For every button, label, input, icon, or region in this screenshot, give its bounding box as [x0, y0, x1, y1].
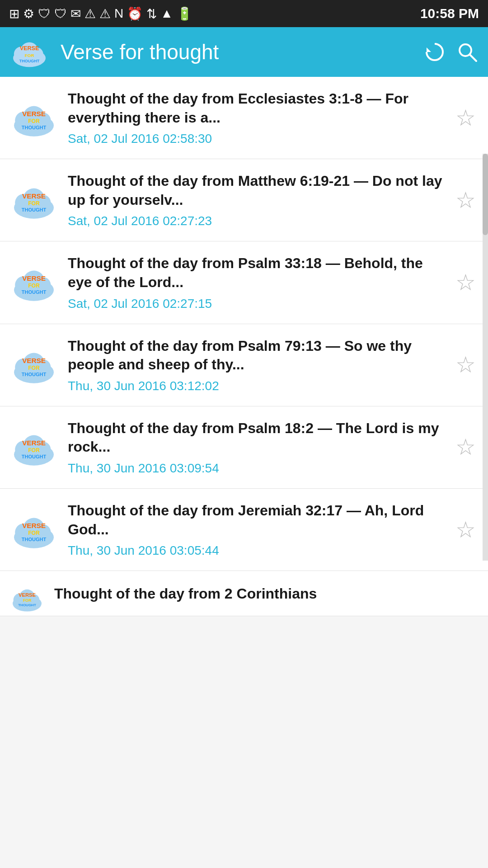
item-title: Thought of the day from Psalm 79:13 — So…: [68, 337, 443, 374]
svg-text:FOR: FOR: [28, 200, 40, 207]
svg-text:THOUGHT: THOUGHT: [22, 125, 47, 130]
item-title: Thought of the day from Psalm 18:2 — The…: [68, 419, 443, 457]
svg-text:FOR: FOR: [28, 283, 40, 289]
svg-text:FOR: FOR: [28, 365, 40, 371]
item-content-3: Thought of the day from Psalm 33:18 — Be…: [68, 254, 443, 311]
svg-text:THOUGHT: THOUGHT: [22, 289, 47, 295]
list-item[interactable]: VERSE FOR THOUGHT Thought of the day fro…: [0, 324, 488, 406]
refresh-button[interactable]: [423, 40, 446, 64]
alarm-icon: ⏰: [127, 6, 143, 21]
star-button-6[interactable]: ☆: [452, 516, 479, 543]
item-content-2: Thought of the day from Matthew 6:19-21 …: [68, 172, 443, 228]
list-item[interactable]: VERSE FOR THOUGHT Thought of the day fro…: [0, 406, 488, 489]
list-item-partial[interactable]: VERSE FOR THOUGHT Thought of the day fro…: [0, 571, 488, 616]
item-content-5: Thought of the day from Psalm 18:2 — The…: [68, 419, 443, 476]
list-item[interactable]: VERSE FOR THOUGHT Thought of the day fro…: [0, 241, 488, 324]
svg-text:VERSE: VERSE: [22, 192, 46, 199]
item-date: Sat, 02 Jul 2016 02:58:30: [68, 132, 443, 146]
item-icon-1: VERSE FOR THOUGHT: [9, 93, 59, 143]
nfc-icon: N: [114, 6, 123, 21]
item-date: Sat, 02 Jul 2016 02:27:15: [68, 297, 443, 311]
svg-text:THOUGHT: THOUGHT: [22, 454, 47, 460]
item-title: Thought of the day from Matthew 6:19-21 …: [68, 172, 443, 209]
svg-text:THOUGHT: THOUGHT: [22, 207, 47, 212]
shield2-icon: 🛡: [54, 6, 67, 21]
svg-text:VERSE: VERSE: [22, 274, 46, 282]
app-logo: VERSE FOR THOUGHT: [9, 32, 50, 72]
usb-icon: ⚙: [23, 6, 34, 21]
item-date: Thu, 30 Jun 2016 03:09:54: [68, 461, 443, 476]
battery-icon: 🔋: [177, 6, 192, 21]
shield1-icon: 🛡: [38, 6, 51, 21]
items-list: VERSE FOR THOUGHT Thought of the day fro…: [0, 77, 488, 616]
svg-marker-7: [427, 47, 431, 52]
star-button-1[interactable]: ☆: [452, 104, 479, 132]
svg-text:VERSE: VERSE: [22, 521, 46, 529]
status-bar: ⊞ ⚙ 🛡 🛡 ✉ ⚠ ⚠ N ⏰ ⇅ ▲ 🔋 10:58 PM: [0, 0, 488, 27]
svg-text:VERSE: VERSE: [22, 109, 46, 117]
app-bar: VERSE FOR THOUGHT Verse for thought: [0, 27, 488, 77]
item-content-4: Thought of the day from Psalm 79:13 — So…: [68, 337, 443, 393]
item-title: Thought of the day from Jeremiah 32:17 —…: [68, 501, 443, 539]
svg-text:FOR: FOR: [28, 530, 40, 536]
scroll-track[interactable]: [483, 154, 488, 561]
item-title: Thought of the day from Ecclesiastes 3:1…: [68, 90, 443, 127]
svg-text:VERSE: VERSE: [19, 592, 36, 598]
item-content-6: Thought of the day from Jeremiah 32:17 —…: [68, 501, 443, 558]
list-item[interactable]: VERSE FOR THOUGHT Thought of the day fro…: [0, 159, 488, 241]
item-icon-5: VERSE FOR THOUGHT: [9, 422, 59, 472]
item-icon-7: VERSE FOR THOUGHT: [9, 580, 45, 616]
item-icon-3: VERSE FOR THOUGHT: [9, 258, 59, 307]
svg-text:FOR: FOR: [28, 447, 40, 453]
svg-text:VERSE: VERSE: [22, 357, 46, 364]
svg-text:THOUGHT: THOUGHT: [22, 372, 47, 377]
status-icons: ⊞ ⚙ 🛡 🛡 ✉ ⚠ ⚠ N ⏰ ⇅ ▲ 🔋: [9, 6, 192, 21]
star-button-3[interactable]: ☆: [452, 269, 479, 296]
item-icon-4: VERSE FOR THOUGHT: [9, 340, 59, 390]
svg-text:FOR: FOR: [23, 598, 32, 603]
list-item[interactable]: VERSE FOR THOUGHT Thought of the day fro…: [0, 489, 488, 571]
svg-text:FOR: FOR: [28, 118, 40, 124]
svg-text:VERSE: VERSE: [20, 45, 39, 52]
app-bar-actions: [423, 40, 479, 64]
item-icon-6: VERSE FOR THOUGHT: [9, 505, 59, 555]
star-button-2[interactable]: ☆: [452, 187, 479, 214]
mail-icon: ✉: [70, 6, 81, 21]
svg-text:THOUGHT: THOUGHT: [18, 604, 36, 608]
warning2-icon: ⚠: [99, 6, 111, 21]
star-button-5[interactable]: ☆: [452, 434, 479, 461]
status-time: 10:58 PM: [420, 6, 479, 21]
svg-text:THOUGHT: THOUGHT: [22, 537, 47, 542]
app-title: Verse for thought: [61, 40, 412, 64]
item-title: Thought of the day from 2 Corinthians: [54, 585, 479, 604]
svg-line-9: [470, 55, 476, 61]
item-content-7: Thought of the day from 2 Corinthians: [54, 580, 479, 604]
add-icon: ⊞: [9, 6, 19, 21]
star-button-4[interactable]: ☆: [452, 351, 479, 378]
scroll-thumb[interactable]: [483, 154, 488, 235]
search-button[interactable]: [455, 40, 479, 64]
item-title: Thought of the day from Psalm 33:18 — Be…: [68, 254, 443, 292]
list-item[interactable]: VERSE FOR THOUGHT Thought of the day fro…: [0, 77, 488, 159]
svg-text:VERSE: VERSE: [22, 439, 46, 447]
sync-icon: ⇅: [146, 6, 157, 21]
item-content-1: Thought of the day from Ecclesiastes 3:1…: [68, 90, 443, 146]
signal-icon: ▲: [160, 6, 173, 21]
item-date: Sat, 02 Jul 2016 02:27:23: [68, 214, 443, 228]
item-date: Thu, 30 Jun 2016 03:12:02: [68, 379, 443, 393]
svg-text:FOR: FOR: [25, 53, 34, 58]
item-icon-2: VERSE FOR THOUGHT: [9, 175, 59, 225]
item-date: Thu, 30 Jun 2016 03:05:44: [68, 543, 443, 558]
svg-text:THOUGHT: THOUGHT: [19, 59, 40, 63]
warning1-icon: ⚠: [84, 6, 96, 21]
